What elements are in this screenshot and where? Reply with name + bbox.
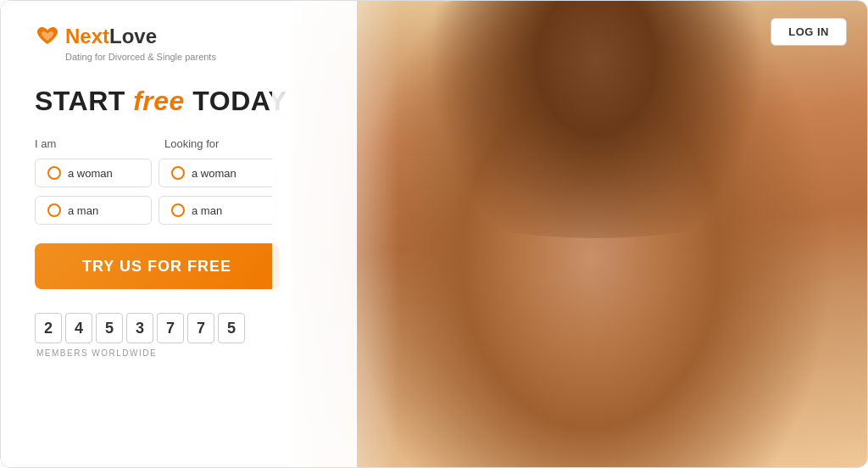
radio-circle-looking-for-man	[171, 203, 185, 217]
looking-for-woman-option[interactable]: a woman	[159, 159, 275, 187]
looking-for-woman-label: a woman	[192, 167, 236, 180]
left-panel: NextLove Dating for Divorced & Single pa…	[1, 1, 357, 468]
radio-group: a woman a woman a man a man	[35, 159, 323, 225]
looking-for-man-option[interactable]: a man	[159, 196, 275, 225]
digit-5: 7	[157, 313, 184, 343]
digit-2: 4	[65, 313, 92, 343]
logo-area: NextLove	[35, 25, 323, 48]
radio-circle-i-am-man	[47, 203, 61, 217]
i-am-man-label: a man	[68, 204, 98, 217]
radio-row-man: a man a man	[35, 196, 323, 225]
page-headline: START free TODAY	[35, 86, 323, 117]
logo-text: NextLove	[65, 25, 157, 48]
radio-circle-i-am-woman	[47, 166, 61, 180]
looking-for-man-label: a man	[192, 204, 222, 217]
digit-3: 5	[96, 313, 123, 343]
looking-for-label: Looking for	[164, 137, 287, 150]
counter-section: 2 4 5 3 7 7 5 MEMBERS WORLDWIDE	[35, 313, 323, 358]
digit-1: 2	[35, 313, 62, 343]
i-am-man-option[interactable]: a man	[35, 196, 152, 225]
logo-tagline: Dating for Divorced & Single parents	[65, 52, 323, 62]
radio-row-woman: a woman a woman	[35, 159, 323, 187]
i-am-woman-option[interactable]: a woman	[35, 159, 152, 187]
form-labels: I am Looking for	[35, 137, 323, 150]
logo-heart-icon	[35, 25, 60, 47]
counter-digits: 2 4 5 3 7 7 5	[35, 313, 245, 343]
i-am-label: I am	[35, 137, 158, 150]
digit-4: 3	[126, 313, 153, 343]
hero-image	[291, 1, 867, 468]
try-free-button[interactable]: TRY US FOR FREE	[35, 243, 279, 289]
i-am-woman-label: a woman	[68, 167, 113, 180]
radio-circle-looking-for-woman	[171, 166, 185, 180]
digit-7: 5	[218, 313, 245, 343]
login-button[interactable]: LOG IN	[771, 18, 847, 46]
page-wrapper: NextLove Dating for Divorced & Single pa…	[0, 0, 868, 468]
digit-6: 7	[187, 313, 214, 343]
counter-label: MEMBERS WORLDWIDE	[36, 348, 157, 358]
